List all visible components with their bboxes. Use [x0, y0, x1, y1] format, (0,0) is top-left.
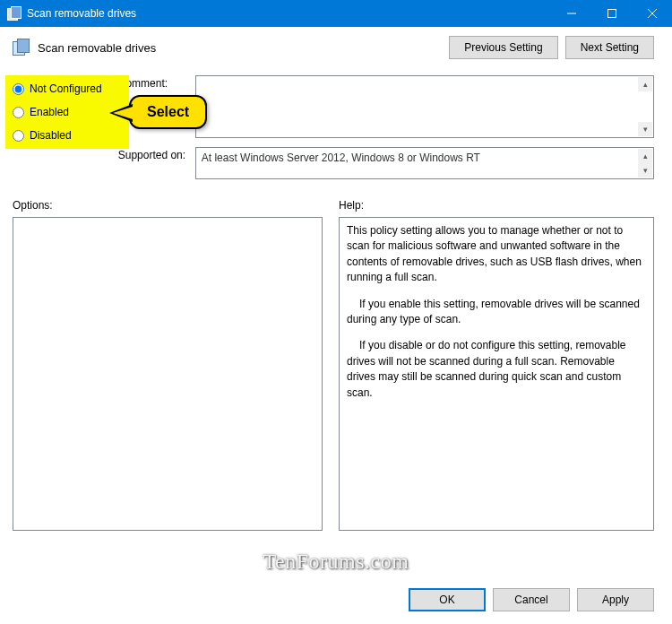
select-callout: Select: [129, 95, 207, 129]
apply-button[interactable]: Apply: [577, 588, 654, 611]
scroll-down-icon[interactable]: ▾: [638, 163, 652, 178]
previous-setting-button[interactable]: Previous Setting: [449, 36, 557, 59]
radio-disabled-input[interactable]: [13, 130, 24, 142]
ok-button[interactable]: OK: [409, 588, 486, 611]
supported-on-field: At least Windows Server 2012, Windows 8 …: [195, 147, 654, 179]
options-pane: [13, 217, 323, 531]
options-label: Options:: [13, 199, 323, 212]
radio-enabled[interactable]: Enabled: [13, 106, 102, 118]
scroll-up-icon[interactable]: ▴: [638, 149, 652, 163]
help-paragraph: If you disable or do not configure this …: [347, 338, 646, 401]
radio-not-configured-input[interactable]: [13, 83, 24, 95]
page-title: Scan removable drives: [38, 41, 442, 55]
supported-on-value: At least Windows Server 2012, Windows 8 …: [202, 152, 480, 164]
minimize-button[interactable]: [551, 0, 591, 27]
radio-disabled[interactable]: Disabled: [13, 129, 102, 142]
cancel-button[interactable]: Cancel: [493, 588, 570, 611]
help-paragraph: This policy setting allows you to manage…: [347, 223, 646, 286]
next-setting-button[interactable]: Next Setting: [565, 36, 654, 59]
radio-label: Not Configured: [30, 82, 102, 95]
help-label: Help:: [339, 199, 364, 212]
content: Not Configured Enabled Disabled Select: [0, 59, 672, 531]
radio-label: Enabled: [30, 106, 69, 118]
scroll-down-icon[interactable]: ▾: [638, 122, 652, 136]
footer-buttons: OK Cancel Apply: [409, 588, 654, 611]
header: Scan removable drives Previous Setting N…: [0, 27, 672, 59]
titlebar: Scan removable drives: [0, 0, 672, 27]
supported-on-label: Supported on:: [118, 147, 188, 161]
window-controls: [551, 0, 672, 27]
comment-textarea[interactable]: ▴ ▾: [195, 75, 654, 138]
window-title: Scan removable drives: [27, 7, 551, 20]
svg-rect-1: [607, 10, 616, 18]
help-paragraph: If you enable this setting, removable dr…: [347, 297, 646, 328]
callout-text: Select: [147, 104, 189, 119]
scroll-up-icon[interactable]: ▴: [638, 77, 652, 91]
policy-icon: [13, 39, 30, 56]
radio-label: Disabled: [30, 129, 72, 142]
radio-enabled-input[interactable]: [13, 107, 24, 118]
maximize-button[interactable]: [591, 0, 632, 27]
help-pane: This policy setting allows you to manage…: [339, 217, 654, 531]
state-radio-group: Not Configured Enabled Disabled Select: [13, 75, 109, 149]
watermark: TenForums.com: [263, 550, 409, 574]
radio-not-configured[interactable]: Not Configured: [13, 82, 102, 95]
policy-icon: [7, 6, 22, 21]
close-button[interactable]: [632, 0, 672, 27]
